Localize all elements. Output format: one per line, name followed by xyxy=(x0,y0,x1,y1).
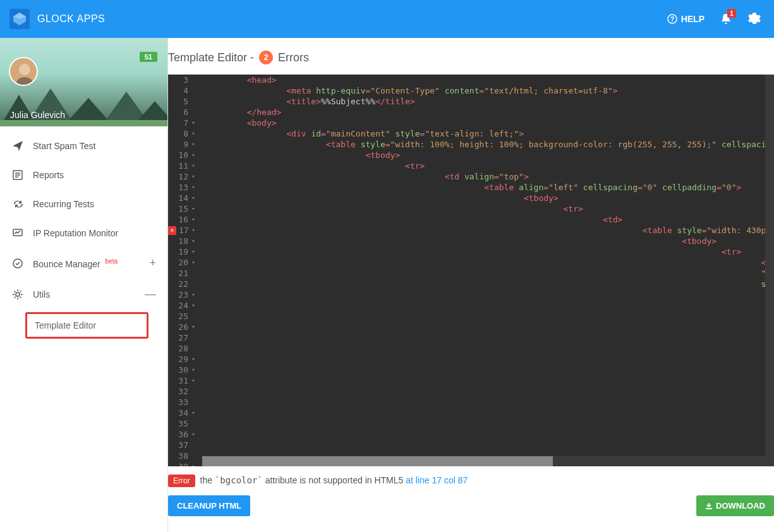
profile-panel: 51 Julia Gulevich xyxy=(0,38,167,126)
notifications-button[interactable]: 1 xyxy=(720,13,732,25)
app-header: GLOCK APPS ? HELP 1 xyxy=(0,0,774,38)
notification-badge: 1 xyxy=(727,9,736,18)
help-icon: ? xyxy=(667,14,677,24)
error-message: Error the `bgcolor` attribute is not sup… xyxy=(168,475,774,485)
svg-point-19 xyxy=(16,293,20,296)
nav-reports[interactable]: Reports xyxy=(0,160,167,190)
collapse-icon[interactable]: — xyxy=(145,287,156,301)
error-label: Error xyxy=(168,475,195,487)
settings-button[interactable] xyxy=(747,12,761,26)
expand-icon[interactable]: + xyxy=(149,257,156,270)
nav-bounce-manager[interactable]: Bounce Manager beta + xyxy=(0,248,167,279)
logo-area[interactable]: GLOCK APPS xyxy=(9,9,105,29)
gear-sm-icon xyxy=(11,289,24,300)
error-count-badge: 2 xyxy=(259,51,273,64)
cleanup-html-button[interactable]: CLEANUP HTML xyxy=(168,495,250,516)
beta-tag: beta xyxy=(106,258,118,265)
editor-code-area[interactable]: <head> <meta http-equiv="Content-Type" c… xyxy=(202,75,774,466)
editor-vertical-scrollbar[interactable] xyxy=(765,75,774,456)
help-link[interactable]: ? HELP xyxy=(667,14,704,24)
scrollbar-thumb[interactable] xyxy=(202,456,553,466)
gear-icon xyxy=(747,12,761,26)
page-title: Template Editor - 2 Errors xyxy=(168,48,774,75)
nav-list: Start Spam Test Reports Recurring Tests … xyxy=(0,126,167,346)
nav-recurring-tests[interactable]: Recurring Tests xyxy=(0,190,167,219)
download-button[interactable]: DOWNLOAD xyxy=(696,495,774,516)
editor-gutter: 34567▾8▾9▾10▾11▾12▾13▾14▾15▾16▾✕17▾18▾19… xyxy=(168,75,202,466)
nav-utils[interactable]: Utils — xyxy=(0,279,167,310)
avatar[interactable] xyxy=(9,57,38,86)
nav-start-spam-test[interactable]: Start Spam Test xyxy=(0,131,167,160)
profile-count-badge: 51 xyxy=(140,52,157,62)
svg-rect-9 xyxy=(0,120,167,126)
nav-template-editor[interactable]: Template Editor xyxy=(25,312,148,339)
app-title: GLOCK APPS xyxy=(37,13,105,25)
sidebar: 51 Julia Gulevich Start Spam Test Report… xyxy=(0,38,168,532)
svg-text:?: ? xyxy=(670,15,674,23)
bounce-icon xyxy=(11,258,24,269)
error-location-link[interactable]: at line 17 col 87 xyxy=(406,475,468,485)
app-logo-icon xyxy=(9,9,30,29)
report-icon xyxy=(11,169,24,181)
paper-plane-icon xyxy=(11,140,24,152)
main-content: Template Editor - 2 Errors 34567▾8▾9▾10▾… xyxy=(168,38,774,532)
error-text: the `bgcolor` attribute is not supported… xyxy=(200,475,404,485)
monitor-icon xyxy=(11,227,24,239)
editor-horizontal-scrollbar[interactable] xyxy=(202,456,774,466)
profile-name: Julia Gulevich xyxy=(10,110,65,120)
svg-point-11 xyxy=(19,64,30,75)
recurring-icon xyxy=(11,198,24,210)
code-editor[interactable]: 34567▾8▾9▾10▾11▾12▾13▾14▾15▾16▾✕17▾18▾19… xyxy=(168,75,774,466)
download-icon xyxy=(705,502,713,510)
nav-ip-reputation[interactable]: IP Reputation Monitor xyxy=(0,219,167,248)
